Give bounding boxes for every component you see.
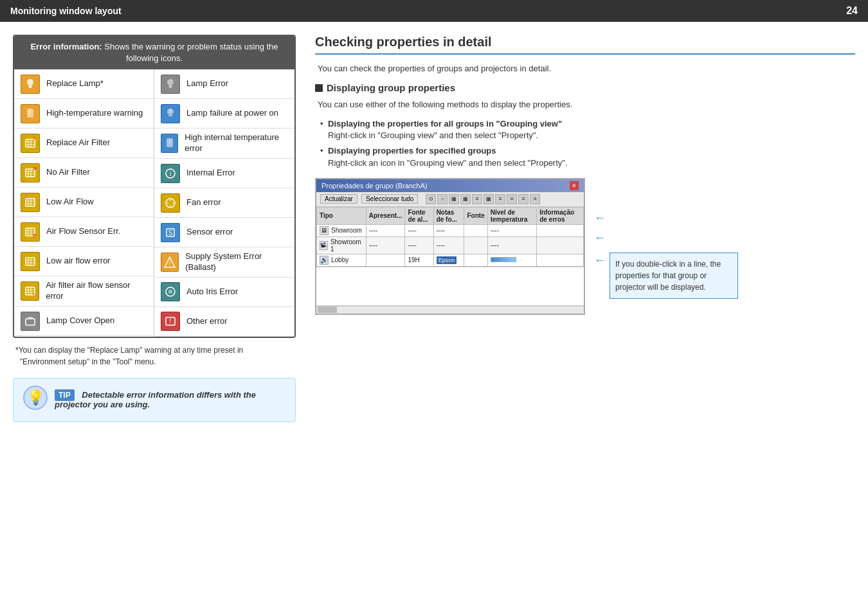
dialog-close-button[interactable]: ✕ <box>570 181 579 190</box>
svg-text:!: ! <box>33 262 34 268</box>
row-1-fonte <box>464 224 487 236</box>
low-air-flow-label: Low Air Flow <box>46 197 94 208</box>
list-item: ! Replace Air Filter <box>14 129 154 158</box>
dialog-horizontal-scrollbar[interactable] <box>316 306 584 314</box>
svg-text:!: ! <box>33 137 35 141</box>
tb-icon-3: ▦ <box>449 194 459 204</box>
page-header-title: Monitoring window layout <box>10 6 122 16</box>
row-2-fonte <box>464 236 487 254</box>
epson-badge: Epson <box>437 256 457 264</box>
replace-lamp-icon <box>21 75 40 94</box>
section-title: Checking properties in detail <box>315 35 855 55</box>
table-header-row: Tipo Apresent... Fonte de al... Notas de… <box>317 207 584 224</box>
bullet-1-normal: Right-click in "Grouping view" and then … <box>328 130 538 140</box>
tip-content: TIP Detectable error information differs… <box>55 390 286 409</box>
row-2-col1: ---- <box>366 236 405 254</box>
lamp-cover-open-icon <box>21 312 40 331</box>
supply-system-error-label: Supply System Error (Ballast) <box>185 251 288 273</box>
projector-icon: 📽 <box>320 241 328 250</box>
row-3-fonte <box>464 254 487 266</box>
list-item: Replace Lamp* <box>14 69 154 99</box>
error-right-column: Lamp Error ? Lamp failure at power on ! … <box>154 69 294 337</box>
list-item: ! Other error <box>154 307 294 337</box>
projector2-icon: 🔊 <box>320 256 329 265</box>
svg-text:!: ! <box>168 139 170 147</box>
tip-box: 💡 TIP Detectable error information diffe… <box>13 378 296 422</box>
tip-icon-graphic: 💡 <box>23 385 48 415</box>
list-item: ✕ Air filter air flow sensor error <box>14 276 154 306</box>
list-item: ? Lamp failure at power on <box>154 99 294 129</box>
bullet-item-2: Displaying properties for specified grou… <box>320 145 855 168</box>
table-row: 🖥 Showroom ---- ---- ---- ---- <box>317 224 584 236</box>
low-air-flow-error-icon: ! <box>21 252 40 271</box>
right-panel: Checking properties in detail You can ch… <box>315 35 855 422</box>
dialog-titlebar: Propriedades de grupo (BranchA) ✕ <box>316 179 584 192</box>
row-3-temp <box>487 254 536 266</box>
row-2-temp: ---- <box>487 236 536 254</box>
row-1-temp: ---- <box>487 224 536 236</box>
air-filter-sensor-error-label: Air filter air flow sensor error <box>46 280 147 302</box>
sub-section-intro: You can use either of the following meth… <box>315 100 855 109</box>
row-1-errors <box>537 224 584 236</box>
page-header: Monitoring window layout 24 <box>0 0 868 22</box>
content-area: Error information: Shows the warning or … <box>0 22 868 435</box>
table-row: 📽 Showroom 1 ---- ---- ---- ---- <box>317 236 584 254</box>
air-filter-sensor-error-icon: ✕ <box>21 281 39 301</box>
select-all-button[interactable]: Seleccionar tudo <box>361 194 419 204</box>
air-flow-sensor-err-icon: ✕ <box>21 222 40 242</box>
lamp-failure-power-on-icon: ? <box>161 104 180 123</box>
low-air-flow-error-label: Low air flow error <box>46 256 111 267</box>
scroll-thumb[interactable] <box>318 306 337 313</box>
callout-row-1: ← <box>594 210 738 225</box>
error-left-column: Replace Lamp* ! High-temperature warning… <box>14 69 154 337</box>
dialog-box: Propriedades de grupo (BranchA) ✕ Actual… <box>315 178 585 315</box>
svg-text:↓: ↓ <box>33 196 35 201</box>
list-item: Fan error <box>154 188 294 218</box>
list-item: ! Supply System Error (Ballast) <box>154 247 294 278</box>
high-temp-warning-icon: ! <box>21 104 40 123</box>
svg-text:i: i <box>170 170 171 177</box>
replace-air-filter-icon: ! <box>21 134 40 153</box>
list-item: ✕ Air Flow Sensor Err. <box>14 217 154 247</box>
row-3-col2: 19H <box>405 254 433 266</box>
high-internal-temp-error-icon: ! <box>161 134 178 153</box>
list-item: ! Low air flow error <box>14 247 154 276</box>
svg-text:✕: ✕ <box>33 166 37 172</box>
fan-error-label: Fan error <box>186 197 221 208</box>
bullet-item-1: Displaying the properties for all groups… <box>320 118 855 141</box>
row-2-type: 📽 Showroom 1 <box>317 236 366 254</box>
callout-row-3: ← If you double-click in a line, the pro… <box>594 253 738 299</box>
col-nivel-temp: Nível de temperatura <box>487 207 536 224</box>
row-1-icon-cell: 🖥 Showroom <box>320 226 363 235</box>
list-item: S Sensor error <box>154 218 294 247</box>
supply-system-error-icon: ! <box>161 253 179 272</box>
tb-icon-9: ≡ <box>518 194 529 204</box>
row-3-type: 🔊 Lobby <box>317 254 366 266</box>
svg-point-43 <box>167 79 174 85</box>
other-error-icon: ! <box>161 312 180 331</box>
row-3-icon-cell: 🔊 Lobby <box>320 256 363 265</box>
row-1-col2: ---- <box>405 224 433 236</box>
col-notas: Notas de fo... <box>433 207 464 224</box>
list-item: ✕ No Air Filter <box>14 158 154 188</box>
bullet-list: Displaying the properties for all groups… <box>315 118 855 169</box>
row-2-col3: ---- <box>433 236 464 254</box>
air-flow-sensor-err-label: Air Flow Sensor Err. <box>46 226 121 237</box>
svg-text:✕: ✕ <box>32 292 37 298</box>
callout-arrow-3: ← <box>594 254 606 267</box>
tb-icon-7: ≡ <box>495 194 505 204</box>
svg-rect-2 <box>29 87 32 88</box>
row-3-col3: Epson <box>433 254 464 266</box>
col-info-erros: Informação de erros <box>537 207 584 224</box>
other-error-label: Other error <box>186 316 228 327</box>
col-fonte-al: Fonte de al... <box>405 207 433 224</box>
section-intro: You can check the properties of groups a… <box>315 64 855 73</box>
internal-error-icon: i <box>161 164 180 183</box>
tip-text: Detectable error information differs wit… <box>55 390 256 409</box>
bullet-2-normal: Right-click an icon in "Grouping view" a… <box>328 158 568 168</box>
row-3-col1 <box>366 254 405 266</box>
refresh-button[interactable]: Actualizar <box>320 194 357 204</box>
sensor-error-label: Sensor error <box>186 227 233 238</box>
callout-row-2: ← <box>594 230 738 245</box>
callout-arrow-2: ← <box>594 231 606 245</box>
